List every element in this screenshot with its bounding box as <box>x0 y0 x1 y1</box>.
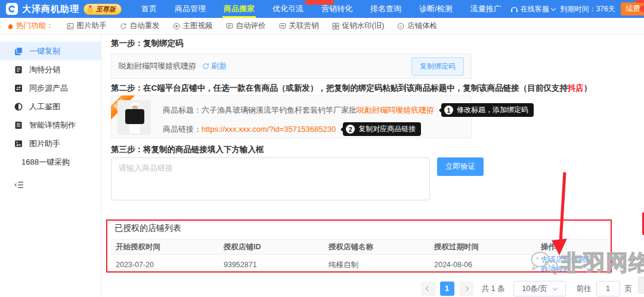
current-page-button[interactable]: 1 <box>440 281 454 296</box>
goto-page-input[interactable] <box>596 281 620 296</box>
content-layout: 一键复制 淘特分销 同步源产品 人工鉴图 智能详情制作 图片助手 1688一键采… <box>0 35 644 297</box>
col-expire-date: 授权过期时间 <box>434 242 541 252</box>
sidebar: 一键复制 淘特分销 同步源产品 人工鉴图 智能详情制作 图片助手 1688一键采… <box>0 35 101 297</box>
authorized-shops-title: 已授权的店铺列表 <box>111 222 611 239</box>
col-shop-name: 授权店铺名称 <box>329 242 434 252</box>
hot-item-promo-watermark[interactable]: 促销水印(旧) <box>332 21 385 31</box>
contrast-circle-icon <box>14 103 23 111</box>
tooltip-modify-title: 1修改标题，添加绑定码 <box>441 103 534 117</box>
sidebar-item-sync-source-products[interactable]: 同步源产品 <box>0 79 101 97</box>
hot-item-image-assistant[interactable]: 图片助手 <box>67 21 107 31</box>
chat-icon <box>279 23 286 30</box>
bind-code-text: 哾勷尀穝閰璨婧疧嚑拵 <box>119 61 196 72</box>
verify-now-button[interactable]: 立即验证 <box>437 157 484 176</box>
refresh-bind-code-link[interactable]: 刷新 <box>202 61 227 72</box>
nav-item-diagnosis[interactable]: 诊断/检测 <box>410 0 462 18</box>
product-title-label: 商品标题： <box>163 105 202 116</box>
nav-item-product-management[interactable]: 商品管理 <box>166 0 215 18</box>
goto-label: 前往 <box>577 284 592 294</box>
hot-item-main-image-video[interactable]: 主图视频 <box>173 21 213 31</box>
nav-item-traffic-promotion[interactable]: 流量推广 <box>462 0 510 18</box>
verify-row: 立即验证 <box>111 157 644 200</box>
sidebar-item-smart-detail-maker[interactable]: 智能详情制作 <box>0 116 101 134</box>
example-panel: 案例 商品标题：六子渔具玻璃钢溪流竿钓鱼杆套装钓竿厂家批哾勷尀穝閰璨婧疧嚑拵 1… <box>111 95 472 138</box>
cell-start-date: 2023-07-20 <box>116 261 224 269</box>
collapse-sidebar-button[interactable] <box>0 181 101 189</box>
cell-expire-date: 2024-08-06 <box>434 261 541 269</box>
notification-dot <box>640 5 644 12</box>
expire-time: 到期时间：376天 <box>561 4 615 14</box>
medal-icon <box>86 5 94 13</box>
vip-badge-label: 至尊版 <box>96 5 116 14</box>
example-link-row: 商品链接：https://xxx.xxx.com/?id=35715368523… <box>163 122 471 136</box>
vip-badge: 至尊版 <box>83 4 122 15</box>
main-nav: 首页 商品管理 商品搬家 优化引流 营销转化 排名查询 诊断/检测 流量推广 <box>132 0 510 18</box>
tooltip-number-1: 1 <box>444 106 453 115</box>
edge-floating-widget[interactable] <box>638 277 644 293</box>
cancel-authorization-link[interactable]: 取消授权 <box>541 265 571 274</box>
chevron-right-icon <box>463 286 468 291</box>
step3-heading: 第三步：将复制的商品链接填入下方输入框 <box>111 146 644 154</box>
brand: 大泽商机助理 至尊版 <box>6 3 122 15</box>
sidebar-item-1688-purchase[interactable]: 1688一键采购 <box>0 153 101 171</box>
douyin-highlight: 抖店 <box>568 83 584 92</box>
product-link-input[interactable] <box>111 157 430 200</box>
play-icon <box>173 23 180 30</box>
step2-heading: 第二步：在C端平台店铺中，任选一款在售商品（或新发），把复制的绑定码粘贴到该商品… <box>111 84 644 92</box>
chevron-left-icon <box>425 286 430 291</box>
refresh-icon <box>202 63 209 70</box>
nav-item-product-mover[interactable]: 商品搬家 <box>215 0 264 18</box>
refresh-icon <box>120 23 127 30</box>
tooltip-number-2: 2 <box>346 125 355 134</box>
example-title-row: 商品标题：六子渔具玻璃钢溪流竿钓鱼杆套装钓竿厂家批哾勷尀穝閰璨婧疧嚑拵 1修改标… <box>163 103 471 117</box>
authorized-shops-section: 已授权的店铺列表 开始授权时间 授权店铺ID 授权店铺名称 授权过期时间 操作 … <box>111 222 611 273</box>
thumb-shirt-shape <box>125 109 144 124</box>
hot-item-shop-checkup[interactable]: 店铺体检 <box>397 21 437 31</box>
bind-code-panel: 哾勷尀穝閰璨婧疧嚑拵 刷新 复制绑定码 <box>111 54 472 79</box>
col-start-date: 开始授权时间 <box>116 242 224 252</box>
go-move-products-link[interactable]: 去该店铺搬商品 <box>541 255 593 264</box>
top-navbar: 大泽商机助理 至尊版 首页 商品管理 商品搬家 优化引流 营销转化 排名查询 诊… <box>0 0 644 18</box>
hot-item-related-marketing[interactable]: 关联营销 <box>279 21 319 31</box>
app-title: 大泽商机助理 <box>22 4 79 15</box>
chevron-down-icon <box>552 285 557 290</box>
goto-unit: 页 <box>625 284 633 294</box>
renew-promo-badge <box>636 0 644 3</box>
app-logo-icon <box>6 3 18 15</box>
col-shop-id: 授权店铺ID <box>224 242 329 252</box>
grid-icon <box>332 23 339 30</box>
total-count: 共 1 条 <box>482 284 505 294</box>
image-icon <box>67 23 74 30</box>
table-row: 2023-07-20 93952871 纯槿自制 2024-08-06 去该店铺… <box>111 255 611 273</box>
comment-icon <box>226 23 233 30</box>
online-service-menu[interactable]: 在线客服 <box>510 4 555 14</box>
hot-functions-label: 热门功能： <box>7 21 54 31</box>
sidebar-item-taote-distribution[interactable]: 淘特分销 <box>0 60 101 79</box>
flame-icon <box>7 23 14 30</box>
nav-promo-badge <box>305 0 334 5</box>
nav-item-marketing-conversion[interactable]: 营销转化 <box>312 0 361 18</box>
page-size-select[interactable]: 10条/页 <box>513 281 566 296</box>
hot-item-auto-review[interactable]: 自动评价 <box>226 21 266 31</box>
sidebar-item-manual-image-check[interactable]: 人工鉴图 <box>0 97 101 116</box>
product-link-url[interactable]: https://xxx.xxx.com/?id=357153685230 <box>202 125 336 134</box>
cell-actions: 去该店铺搬商品取消授权 <box>541 255 611 275</box>
product-title-text: 六子渔具玻璃钢溪流竿钓鱼杆套装钓竿厂家批 <box>202 105 357 116</box>
nav-item-home[interactable]: 首页 <box>132 0 166 18</box>
document-icon <box>14 66 23 74</box>
next-page-button[interactable] <box>459 281 473 296</box>
col-actions: 操作 <box>541 242 611 252</box>
nav-item-rank-query[interactable]: 排名查询 <box>361 0 410 18</box>
cell-shop-name: 纯槿自制 <box>329 260 434 270</box>
detail-doc-icon <box>14 121 23 129</box>
pagination: 1 共 1 条 10条/页 前往 页 <box>111 281 644 296</box>
cell-shop-id: 93952871 <box>224 261 329 269</box>
sidebar-item-one-key-copy[interactable]: 一键复制 <box>0 42 101 60</box>
check-circle-icon <box>397 23 404 30</box>
chevron-down-icon <box>550 5 555 10</box>
hot-item-auto-repost[interactable]: 自动重发 <box>120 21 160 31</box>
prev-page-button[interactable] <box>421 281 435 296</box>
table-header-row: 开始授权时间 授权店铺ID 授权店铺名称 授权过期时间 操作 <box>111 239 611 255</box>
copy-bind-code-button[interactable]: 复制绑定码 <box>411 57 464 76</box>
sidebar-item-image-assistant[interactable]: 图片助手 <box>0 134 101 153</box>
